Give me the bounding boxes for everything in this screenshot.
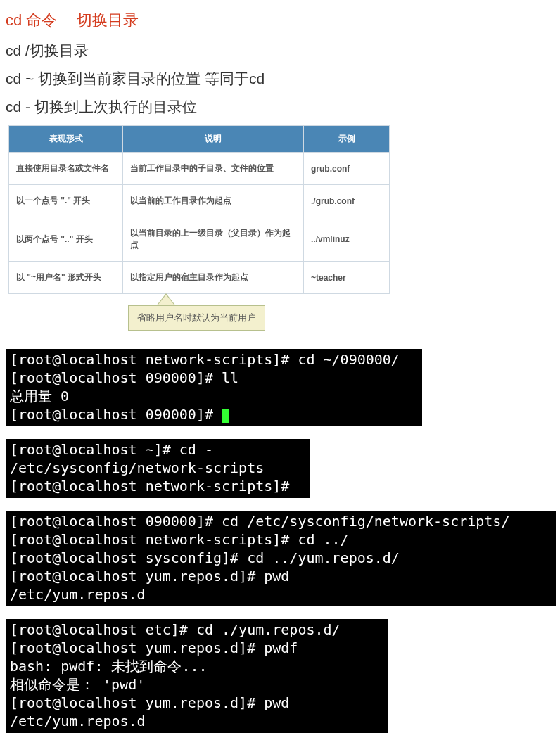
cell-form: 以 "~用户名" 形式开头 — [9, 262, 123, 294]
terminal-block-3: [root@localhost 090000]# cd /etc/sysconf… — [6, 511, 556, 606]
th-form: 表现形式 — [9, 126, 123, 153]
cell-form: 直接使用目录名或文件名 — [9, 153, 123, 185]
terminal-output: [root@localhost 090000]# cd /etc/sysconf… — [10, 513, 509, 603]
usage-line-3: cd - 切换到上次执行的目录位 — [6, 97, 554, 117]
callout: 省略用户名时默认为当前用户 — [128, 294, 554, 336]
cell-desc: 当前工作目录中的子目录、文件的位置 — [123, 153, 304, 185]
usage-line-1: cd /切换目录 — [6, 41, 554, 60]
table-row: 以 "~用户名" 形式开头 以指定用户的宿主目录作为起点 ~teacher — [9, 262, 390, 294]
callout-tail-icon — [156, 293, 176, 306]
terminal-output: [root@localhost etc]# cd ./yum.repos.d/ … — [10, 621, 341, 733]
cell-desc: 以当前的工作目录作为起点 — [123, 185, 304, 217]
terminal-output: [root@localhost ~]# cd - /etc/sysconfig/… — [10, 441, 289, 495]
heading-part1: cd 命令 — [6, 11, 57, 29]
terminal-output: [root@localhost network-scripts]# cd ~/0… — [10, 351, 400, 423]
terminal-block-4: [root@localhost etc]# cd ./yum.repos.d/ … — [6, 619, 388, 733]
cursor-icon — [222, 409, 229, 423]
heading-part2: 切换目录 — [77, 11, 139, 29]
th-example: 示例 — [304, 126, 390, 153]
cell-example: ./grub.conf — [304, 185, 390, 217]
cell-example: grub.conf — [304, 153, 390, 185]
cell-desc: 以指定用户的宿主目录作为起点 — [123, 262, 304, 294]
path-table: 表现形式 说明 示例 直接使用目录名或文件名 当前工作目录中的子目录、文件的位置… — [8, 125, 390, 294]
cell-form: 以两个点号 ".." 开头 — [9, 217, 123, 262]
terminal-block-2: [root@localhost ~]# cd - /etc/sysconfig/… — [6, 439, 310, 498]
table-header-row: 表现形式 说明 示例 — [9, 126, 390, 153]
cell-example: ~teacher — [304, 262, 390, 294]
table-row: 以一个点号 "." 开头 以当前的工作目录作为起点 ./grub.conf — [9, 185, 390, 217]
terminal-block-1: [root@localhost network-scripts]# cd ~/0… — [6, 349, 422, 426]
th-desc: 说明 — [123, 126, 304, 153]
cell-desc: 以当前目录的上一级目录（父目录）作为起点 — [123, 217, 304, 262]
path-table-wrap: 表现形式 说明 示例 直接使用目录名或文件名 当前工作目录中的子目录、文件的位置… — [8, 125, 554, 336]
page-heading: cd 命令切换目录 — [6, 10, 554, 31]
usage-line-2: cd ~ 切换到当前家目录的位置 等同于cd — [6, 69, 554, 89]
cell-example: ../vmlinuz — [304, 217, 390, 262]
table-row: 直接使用目录名或文件名 当前工作目录中的子目录、文件的位置 grub.conf — [9, 153, 390, 185]
table-row: 以两个点号 ".." 开头 以当前目录的上一级目录（父目录）作为起点 ../vm… — [9, 217, 390, 262]
cell-form: 以一个点号 "." 开头 — [9, 185, 123, 217]
callout-text: 省略用户名时默认为当前用户 — [128, 305, 265, 331]
